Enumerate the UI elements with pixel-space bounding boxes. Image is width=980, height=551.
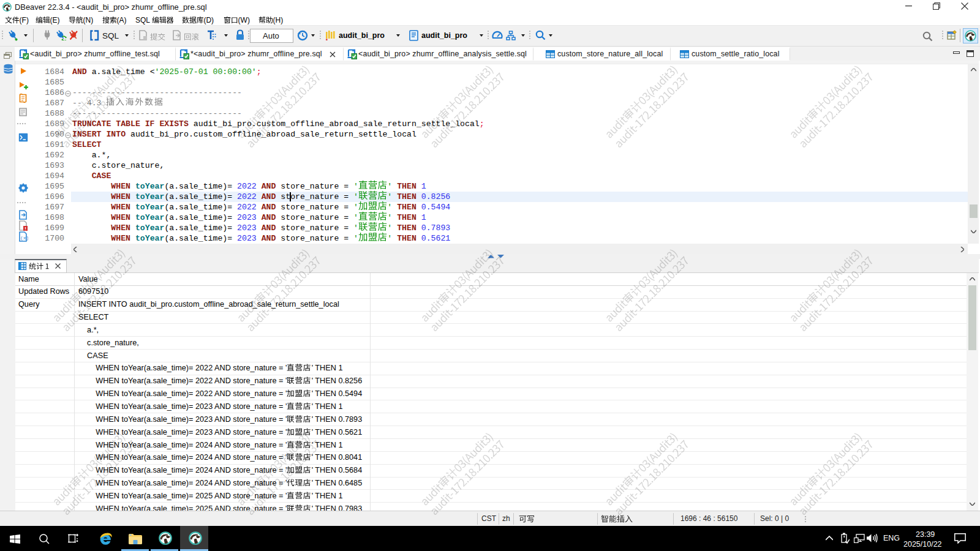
svg-text:(x): (x) xyxy=(20,235,28,241)
